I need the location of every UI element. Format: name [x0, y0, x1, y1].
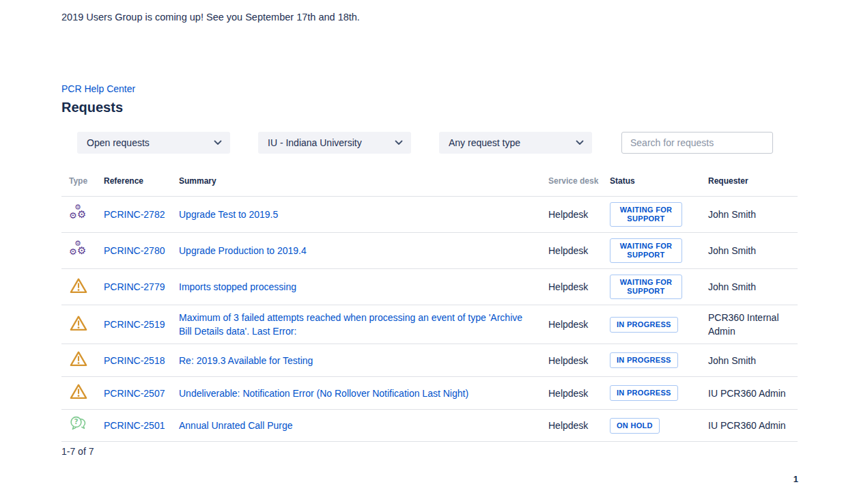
column-header-type: Type [61, 176, 104, 197]
page-title: Requests [61, 100, 798, 115]
warning-icon [69, 314, 88, 332]
table-row: PCRINC-2518 Re: 2019.3 Available for Tes… [61, 344, 798, 377]
help-center-requests-page: 2019 Users Group is coming up! See you S… [0, 0, 857, 504]
requester-cell: PCR360 Internal Admin [708, 305, 798, 344]
status-badge: WAITING FOR SUPPORT [610, 238, 682, 263]
main-content: PCR Help Center Requests Open requests I… [61, 83, 798, 457]
announcement-banner: 2019 Users Group is coming up! See you S… [61, 12, 360, 23]
chevron-down-icon [395, 140, 403, 145]
table-row: PCRINC-2519 Maximum of 3 failed attempts… [61, 305, 798, 344]
request-summary-link[interactable]: Annual Unrated Call Purge [179, 420, 293, 431]
gears-icon: ⚙⚙⚙ [69, 204, 89, 223]
table-row: ⚙⚙⚙ PCRINC-2780 Upgrade Production to 20… [61, 233, 798, 269]
status-badge: WAITING FOR SUPPORT [610, 202, 682, 227]
chevron-down-icon [576, 140, 584, 145]
warning-icon [69, 277, 88, 294]
question-icon: ? [69, 415, 89, 432]
requester-cell: IU PCR360 Admin [708, 377, 798, 410]
requester-cell: John Smith [708, 233, 798, 269]
breadcrumb-link-help-center[interactable]: PCR Help Center [61, 83, 135, 94]
column-header-status: Status [610, 176, 708, 197]
gears-icon: ⚙⚙⚙ [69, 240, 89, 259]
chevron-down-icon [214, 140, 222, 145]
request-type-filter-value: Any request type [449, 137, 520, 148]
request-summary-link[interactable]: Maximum of 3 failed attempts reached whe… [179, 312, 522, 337]
table-row: PCRINC-2507 Undeliverable: Notification … [61, 377, 798, 410]
column-header-requester: Requester [708, 176, 798, 197]
warning-icon [69, 382, 88, 400]
svg-text:?: ? [74, 417, 78, 425]
organization-filter[interactable]: IU - Indiana University [258, 132, 411, 154]
status-badge: WAITING FOR SUPPORT [610, 275, 682, 299]
pagination-page-1[interactable]: 1 [793, 474, 798, 484]
request-status-filter[interactable]: Open requests [77, 132, 230, 154]
service-desk-cell: Helpdesk [548, 344, 610, 377]
organization-filter-value: IU - Indiana University [268, 137, 362, 148]
request-summary-link[interactable]: Imports stopped processing [179, 281, 296, 292]
requester-cell: IU PCR360 Admin [708, 410, 798, 442]
results-count: 1-7 of 7 [61, 446, 798, 457]
request-type-filter[interactable]: Any request type [439, 132, 592, 154]
status-badge: IN PROGRESS [610, 317, 678, 333]
requester-cell: John Smith [708, 269, 798, 305]
service-desk-cell: Helpdesk [548, 269, 610, 305]
search-input[interactable] [621, 132, 773, 154]
request-status-filter-value: Open requests [87, 137, 150, 148]
status-badge: IN PROGRESS [610, 385, 678, 401]
service-desk-cell: Helpdesk [548, 377, 610, 410]
requester-cell: John Smith [708, 344, 798, 377]
request-reference-link[interactable]: PCRINC-2507 [104, 388, 165, 399]
request-summary-link[interactable]: Undeliverable: Notification Error (No Ro… [179, 388, 468, 399]
request-summary-link[interactable]: Upgrade Test to 2019.5 [179, 209, 278, 220]
breadcrumb: PCR Help Center [61, 83, 798, 95]
request-reference-link[interactable]: PCRINC-2518 [104, 355, 165, 366]
status-badge: ON HOLD [610, 418, 660, 434]
service-desk-cell: Helpdesk [548, 305, 610, 344]
request-summary-link[interactable]: Upgrade Production to 2019.4 [179, 245, 307, 256]
service-desk-cell: Helpdesk [548, 233, 610, 269]
service-desk-cell: Helpdesk [548, 197, 610, 233]
table-row: ⚙⚙⚙ PCRINC-2782 Upgrade Test to 2019.5 H… [61, 197, 798, 233]
column-header-summary: Summary [179, 176, 548, 197]
request-reference-link[interactable]: PCRINC-2519 [104, 319, 165, 330]
request-reference-link[interactable]: PCRINC-2501 [104, 420, 165, 431]
table-header-row: Type Reference Summary Service desk Stat… [61, 176, 798, 197]
table-row: PCRINC-2779 Imports stopped processing H… [61, 269, 798, 305]
column-header-reference: Reference [104, 176, 179, 197]
request-summary-link[interactable]: Re: 2019.3 Available for Testing [179, 355, 313, 366]
requester-cell: John Smith [708, 197, 798, 233]
requests-table: Type Reference Summary Service desk Stat… [61, 176, 798, 442]
status-badge: IN PROGRESS [610, 352, 678, 368]
column-header-service-desk: Service desk [548, 176, 610, 197]
service-desk-cell: Helpdesk [548, 410, 610, 442]
request-reference-link[interactable]: PCRINC-2779 [104, 281, 165, 292]
filters-bar: Open requests IU - Indiana University An… [77, 132, 798, 154]
table-row: ? PCRINC-2501 Annual Unrated Call Purge … [61, 410, 798, 442]
request-reference-link[interactable]: PCRINC-2782 [104, 209, 165, 220]
warning-icon [69, 350, 88, 367]
request-reference-link[interactable]: PCRINC-2780 [104, 245, 165, 256]
